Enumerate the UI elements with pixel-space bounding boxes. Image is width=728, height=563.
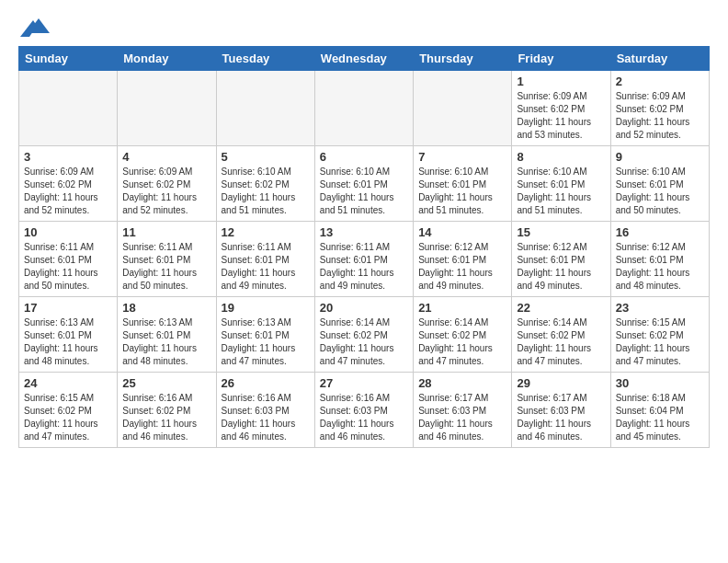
weekday-header-thursday: Thursday — [414, 47, 512, 71]
day-info: Sunrise: 6:10 AMSunset: 6:01 PMDaylight:… — [418, 166, 506, 217]
calendar-cell: 8Sunrise: 6:10 AMSunset: 6:01 PMDaylight… — [512, 146, 610, 222]
weekday-header-sunday: Sunday — [19, 47, 118, 71]
day-info: Sunrise: 6:09 AMSunset: 6:02 PMDaylight:… — [122, 166, 210, 217]
calendar-week-3: 17Sunrise: 6:13 AMSunset: 6:01 PMDayligh… — [19, 297, 710, 373]
calendar-cell: 28Sunrise: 6:17 AMSunset: 6:03 PMDayligh… — [414, 373, 512, 448]
calendar-cell — [19, 71, 118, 146]
day-number: 5 — [222, 150, 310, 164]
day-info: Sunrise: 6:16 AMSunset: 6:03 PMDaylight:… — [320, 392, 408, 443]
day-info: Sunrise: 6:11 AMSunset: 6:01 PMDaylight:… — [320, 241, 408, 293]
calendar-cell: 23Sunrise: 6:15 AMSunset: 6:02 PMDayligh… — [610, 297, 709, 373]
day-info: Sunrise: 6:17 AMSunset: 6:03 PMDaylight:… — [517, 392, 605, 443]
calendar-cell: 21Sunrise: 6:14 AMSunset: 6:02 PMDayligh… — [414, 297, 512, 373]
calendar-cell: 9Sunrise: 6:10 AMSunset: 6:01 PMDaylight… — [610, 146, 709, 222]
calendar-cell: 15Sunrise: 6:12 AMSunset: 6:01 PMDayligh… — [512, 222, 610, 297]
day-info: Sunrise: 6:13 AMSunset: 6:01 PMDaylight:… — [24, 316, 112, 368]
day-info: Sunrise: 6:11 AMSunset: 6:01 PMDaylight:… — [122, 241, 210, 293]
calendar-cell: 27Sunrise: 6:16 AMSunset: 6:03 PMDayligh… — [314, 373, 413, 448]
day-number: 10 — [24, 225, 112, 239]
calendar-cell: 1Sunrise: 6:09 AMSunset: 6:02 PMDaylight… — [512, 71, 610, 146]
calendar-cell: 24Sunrise: 6:15 AMSunset: 6:02 PMDayligh… — [19, 373, 118, 448]
weekday-header-monday: Monday — [118, 47, 216, 71]
day-info: Sunrise: 6:16 AMSunset: 6:03 PMDaylight:… — [222, 392, 310, 443]
day-number: 14 — [418, 225, 506, 239]
day-number: 24 — [24, 376, 112, 390]
day-info: Sunrise: 6:10 AMSunset: 6:01 PMDaylight:… — [616, 166, 704, 217]
day-number: 17 — [24, 301, 112, 315]
day-number: 29 — [517, 376, 605, 390]
calendar-table: SundayMondayTuesdayWednesdayThursdayFrid… — [18, 46, 710, 448]
day-number: 7 — [418, 150, 506, 164]
calendar-cell: 5Sunrise: 6:10 AMSunset: 6:02 PMDaylight… — [216, 146, 314, 222]
header — [18, 15, 710, 37]
day-number: 25 — [122, 376, 210, 390]
day-number: 3 — [24, 150, 112, 164]
day-number: 27 — [320, 376, 408, 390]
day-info: Sunrise: 6:14 AMSunset: 6:02 PMDaylight:… — [418, 316, 506, 368]
day-info: Sunrise: 6:09 AMSunset: 6:02 PMDaylight:… — [616, 90, 704, 142]
day-info: Sunrise: 6:15 AMSunset: 6:02 PMDaylight:… — [24, 392, 112, 443]
day-number: 9 — [616, 150, 704, 164]
calendar-week-4: 24Sunrise: 6:15 AMSunset: 6:02 PMDayligh… — [19, 373, 710, 448]
calendar-cell: 18Sunrise: 6:13 AMSunset: 6:01 PMDayligh… — [118, 297, 216, 373]
day-number: 23 — [616, 301, 704, 315]
day-info: Sunrise: 6:14 AMSunset: 6:02 PMDaylight:… — [320, 316, 408, 368]
calendar-cell: 20Sunrise: 6:14 AMSunset: 6:02 PMDayligh… — [314, 297, 413, 373]
calendar-week-2: 10Sunrise: 6:11 AMSunset: 6:01 PMDayligh… — [19, 222, 710, 297]
day-info: Sunrise: 6:10 AMSunset: 6:02 PMDaylight:… — [222, 166, 310, 217]
day-number: 8 — [517, 150, 605, 164]
day-number: 1 — [517, 75, 605, 88]
day-info: Sunrise: 6:11 AMSunset: 6:01 PMDaylight:… — [222, 241, 310, 293]
weekday-header-wednesday: Wednesday — [314, 47, 413, 71]
day-info: Sunrise: 6:17 AMSunset: 6:03 PMDaylight:… — [418, 392, 506, 443]
calendar-cell: 6Sunrise: 6:10 AMSunset: 6:01 PMDaylight… — [314, 146, 413, 222]
day-number: 20 — [320, 301, 408, 315]
calendar-cell: 17Sunrise: 6:13 AMSunset: 6:01 PMDayligh… — [19, 297, 118, 373]
calendar-week-0: 1Sunrise: 6:09 AMSunset: 6:02 PMDaylight… — [19, 71, 710, 146]
svg-marker-1 — [20, 20, 37, 37]
logo — [18, 15, 50, 37]
calendar-cell: 10Sunrise: 6:11 AMSunset: 6:01 PMDayligh… — [19, 222, 118, 297]
day-info: Sunrise: 6:16 AMSunset: 6:02 PMDaylight:… — [122, 392, 210, 443]
day-number: 22 — [517, 301, 605, 315]
day-info: Sunrise: 6:14 AMSunset: 6:02 PMDaylight:… — [517, 316, 605, 368]
calendar-cell: 13Sunrise: 6:11 AMSunset: 6:01 PMDayligh… — [314, 222, 413, 297]
day-info: Sunrise: 6:10 AMSunset: 6:01 PMDaylight:… — [517, 166, 605, 217]
day-number: 15 — [517, 225, 605, 239]
calendar-cell: 7Sunrise: 6:10 AMSunset: 6:01 PMDaylight… — [414, 146, 512, 222]
calendar-cell — [314, 71, 413, 146]
day-info: Sunrise: 6:12 AMSunset: 6:01 PMDaylight:… — [517, 241, 605, 293]
day-number: 26 — [222, 376, 310, 390]
calendar-cell: 2Sunrise: 6:09 AMSunset: 6:02 PMDaylight… — [610, 71, 709, 146]
calendar-cell — [216, 71, 314, 146]
day-info: Sunrise: 6:15 AMSunset: 6:02 PMDaylight:… — [616, 316, 704, 368]
day-number: 19 — [222, 301, 310, 315]
day-info: Sunrise: 6:13 AMSunset: 6:01 PMDaylight:… — [122, 316, 210, 368]
calendar-cell: 11Sunrise: 6:11 AMSunset: 6:01 PMDayligh… — [118, 222, 216, 297]
day-number: 30 — [616, 376, 704, 390]
calendar-cell: 26Sunrise: 6:16 AMSunset: 6:03 PMDayligh… — [216, 373, 314, 448]
calendar-week-1: 3Sunrise: 6:09 AMSunset: 6:02 PMDaylight… — [19, 146, 710, 222]
calendar-cell: 3Sunrise: 6:09 AMSunset: 6:02 PMDaylight… — [19, 146, 118, 222]
weekday-header-saturday: Saturday — [610, 47, 709, 71]
logo-icon — [20, 17, 50, 37]
day-info: Sunrise: 6:13 AMSunset: 6:01 PMDaylight:… — [222, 316, 310, 368]
page: SundayMondayTuesdayWednesdayThursdayFrid… — [0, 0, 728, 463]
day-number: 21 — [418, 301, 506, 315]
calendar-cell: 4Sunrise: 6:09 AMSunset: 6:02 PMDaylight… — [118, 146, 216, 222]
calendar-cell: 29Sunrise: 6:17 AMSunset: 6:03 PMDayligh… — [512, 373, 610, 448]
day-number: 18 — [122, 301, 210, 315]
day-number: 16 — [616, 225, 704, 239]
day-number: 11 — [122, 225, 210, 239]
day-number: 12 — [222, 225, 310, 239]
weekday-header-friday: Friday — [512, 47, 610, 71]
day-info: Sunrise: 6:09 AMSunset: 6:02 PMDaylight:… — [517, 90, 605, 142]
calendar-cell — [414, 71, 512, 146]
calendar-cell: 16Sunrise: 6:12 AMSunset: 6:01 PMDayligh… — [610, 222, 709, 297]
day-number: 13 — [320, 225, 408, 239]
calendar-cell: 19Sunrise: 6:13 AMSunset: 6:01 PMDayligh… — [216, 297, 314, 373]
calendar-cell: 30Sunrise: 6:18 AMSunset: 6:04 PMDayligh… — [610, 373, 709, 448]
weekday-header-row: SundayMondayTuesdayWednesdayThursdayFrid… — [19, 47, 710, 71]
day-number: 6 — [320, 150, 408, 164]
day-number: 4 — [122, 150, 210, 164]
